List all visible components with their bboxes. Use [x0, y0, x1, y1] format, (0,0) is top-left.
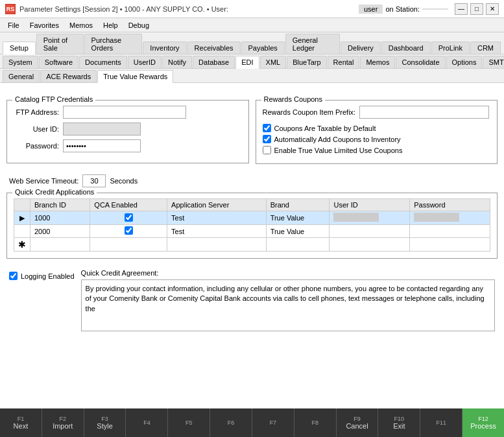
- subtab-memos[interactable]: Memos: [360, 56, 395, 68]
- subtab-documents[interactable]: Documents: [79, 56, 127, 68]
- fkey-f7[interactable]: F7: [252, 408, 294, 437]
- ftp-address-label: FTP Address:: [14, 108, 59, 116]
- tertiary-tab-bar: General ACE Rewards True Value Rewards: [0, 69, 504, 83]
- app-icon: RS: [5, 4, 16, 14]
- table-row[interactable]: ▶ 1000 Test True Value: [14, 211, 490, 225]
- cell-password[interactable]: [410, 211, 490, 225]
- cell-app-server[interactable]: Test: [167, 211, 267, 225]
- fkey-f12-label: Process: [470, 422, 496, 430]
- fkey-f12-num: F12: [478, 416, 488, 422]
- menu-file[interactable]: File: [3, 20, 25, 30]
- new-row-brand[interactable]: [266, 238, 330, 252]
- fkey-f6[interactable]: F6: [210, 408, 252, 437]
- cell-password-2[interactable]: [410, 225, 490, 238]
- cell-qca-enabled[interactable]: [90, 211, 167, 225]
- tab-delivery[interactable]: Delivery: [341, 41, 381, 54]
- fkey-f4[interactable]: F4: [126, 408, 168, 437]
- fkey-f10[interactable]: F10 Exit: [378, 408, 420, 437]
- subtab-software[interactable]: Software: [39, 56, 78, 68]
- subtab-xml[interactable]: XML: [260, 56, 287, 68]
- new-row-server[interactable]: [167, 238, 267, 252]
- thirdtab-ace[interactable]: ACE Rewards: [40, 70, 97, 82]
- subtab-system[interactable]: System: [3, 56, 38, 68]
- new-row-userid[interactable]: [330, 238, 410, 252]
- fkey-f1[interactable]: F1 Next: [0, 408, 42, 437]
- cell-branch-id[interactable]: 1000: [30, 211, 90, 225]
- fkey-f8[interactable]: F8: [294, 408, 337, 437]
- maximize-button[interactable]: □: [470, 3, 483, 15]
- fkey-f2-num: F2: [59, 416, 66, 422]
- fkey-f10-label: Exit: [393, 422, 405, 430]
- fkey-f1-num: F1: [18, 416, 25, 422]
- fkey-f2[interactable]: F2 Import: [42, 408, 84, 437]
- menu-help[interactable]: Help: [98, 20, 123, 30]
- timeout-unit: Seconds: [110, 177, 138, 185]
- cell-app-server-2[interactable]: Test: [167, 225, 267, 238]
- cell-brand[interactable]: True Value: [266, 211, 330, 225]
- rewards-coupons-title: Rewards Coupons: [261, 95, 326, 103]
- taxable-checkbox[interactable]: [263, 124, 271, 132]
- thirdtab-truevalue[interactable]: True Value Rewards: [97, 70, 173, 83]
- subtab-userid[interactable]: UserID: [128, 56, 162, 68]
- menu-memos[interactable]: Memos: [64, 20, 98, 30]
- cell-branch-id-2[interactable]: 2000: [30, 225, 90, 238]
- fkey-f11[interactable]: F11: [420, 408, 462, 437]
- fkey-f9[interactable]: F9 Cancel: [337, 408, 379, 437]
- thirdtab-general[interactable]: General: [3, 70, 40, 82]
- tab-inventory[interactable]: Inventory: [143, 41, 186, 54]
- fkey-f2-label: Import: [53, 422, 73, 430]
- cell-userid[interactable]: [330, 211, 410, 225]
- subtab-smtp[interactable]: SMTP: [483, 56, 504, 68]
- tab-gl[interactable]: General Ledger: [285, 34, 340, 54]
- new-row-qca[interactable]: [90, 238, 167, 252]
- agreement-label: Quick Credit Agreement:: [81, 269, 495, 277]
- subtab-rental[interactable]: Rental: [328, 56, 360, 68]
- station-label: on Station:: [385, 5, 420, 13]
- main-content: Catalog FTP Credentials FTP Address: Use…: [0, 83, 504, 437]
- cell-userid-2[interactable]: [330, 225, 410, 238]
- subtab-options[interactable]: Options: [446, 56, 483, 68]
- subtab-bluetarp[interactable]: BlueTarp: [287, 56, 326, 68]
- new-row-branch[interactable]: [30, 238, 90, 252]
- close-button[interactable]: ✕: [486, 3, 499, 15]
- menu-favorites[interactable]: Favorites: [25, 20, 64, 30]
- tab-dashboard[interactable]: Dashboard: [381, 41, 431, 54]
- new-row-password[interactable]: [410, 238, 490, 252]
- cell-brand-2[interactable]: True Value: [266, 225, 330, 238]
- tab-setup[interactable]: Setup: [3, 41, 36, 54]
- bottom-area: Logging Enabled Quick Credit Agreement: …: [6, 264, 498, 337]
- timeout-input[interactable]: [82, 174, 106, 187]
- cell-qca-enabled-2[interactable]: [90, 225, 167, 238]
- table-new-row[interactable]: ✱: [14, 238, 490, 252]
- quick-credit-group: Quick Credit Applications Branch ID QCA …: [6, 193, 498, 259]
- fkey-f3[interactable]: F3 Style: [84, 408, 126, 437]
- subtab-edi[interactable]: EDI: [235, 56, 259, 69]
- tab-purchase-orders[interactable]: Purchase Orders: [84, 34, 143, 54]
- table-row[interactable]: 2000 Test True Value: [14, 225, 490, 238]
- catalog-ftp-title: Catalog FTP Credentials: [12, 95, 95, 103]
- fkey-f5[interactable]: F5: [168, 408, 210, 437]
- tab-prolink[interactable]: ProLink: [431, 41, 470, 54]
- fkey-f9-num: F9: [354, 416, 361, 422]
- secondary-tab-bar: System Software Documents UserID Notify …: [0, 54, 504, 69]
- subtab-consolidate[interactable]: Consolidate: [396, 56, 445, 68]
- ftp-password-input[interactable]: [63, 139, 141, 152]
- fkey-f9-label: Cancel: [346, 422, 368, 430]
- menu-debug[interactable]: Debug: [123, 20, 154, 30]
- tab-payables[interactable]: Payables: [241, 41, 285, 54]
- auto-add-checkbox[interactable]: [263, 135, 271, 143]
- item-prefix-input[interactable]: [359, 106, 489, 119]
- subtab-notify[interactable]: Notify: [162, 56, 192, 68]
- subtab-database[interactable]: Database: [193, 56, 235, 68]
- ftp-userid-input[interactable]: [63, 123, 141, 136]
- minimize-button[interactable]: —: [455, 3, 468, 15]
- limited-use-checkbox[interactable]: [263, 146, 271, 154]
- logging-checkbox[interactable]: [9, 272, 18, 280]
- qca-check-1[interactable]: [125, 213, 133, 222]
- tab-crm[interactable]: CRM: [470, 41, 501, 54]
- qca-check-2[interactable]: [125, 226, 133, 235]
- tab-receivables[interactable]: Receivables: [187, 41, 241, 54]
- ftp-address-input[interactable]: [63, 106, 186, 119]
- fkey-f12[interactable]: F12 Process: [462, 408, 504, 437]
- tab-pos[interactable]: Point of Sale: [36, 34, 84, 54]
